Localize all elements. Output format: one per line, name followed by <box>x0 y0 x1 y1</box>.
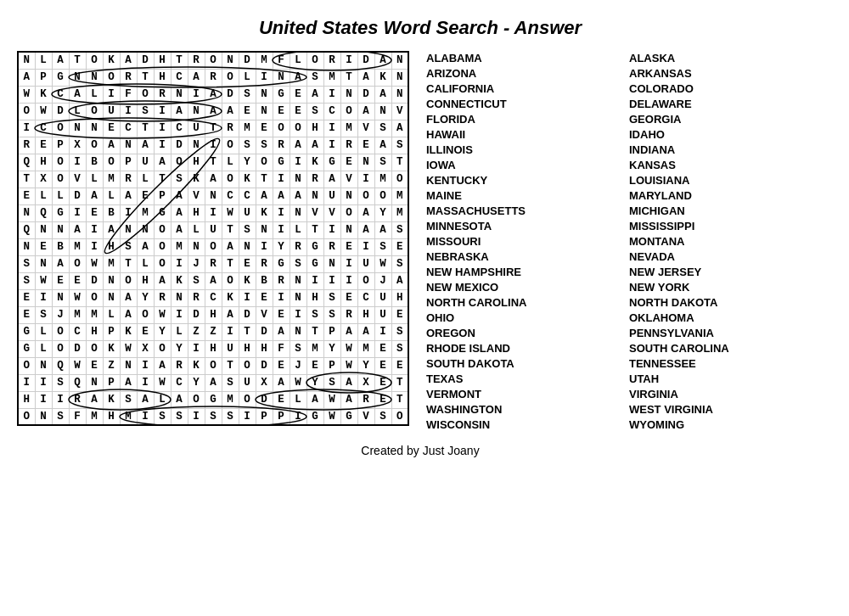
grid-cell: H <box>103 408 120 425</box>
grid-cell: W <box>69 357 86 374</box>
grid-cell: I <box>357 238 374 255</box>
grid-cell: I <box>18 374 35 391</box>
grid-cell: I <box>256 238 273 255</box>
grid-cell: N <box>239 238 256 255</box>
grid-cell: A <box>171 204 188 221</box>
word-item: NEW JERSEY <box>629 265 824 279</box>
grid-cell: N <box>171 86 188 103</box>
grid-cell: N <box>205 188 222 204</box>
grid-cell: S <box>52 374 69 391</box>
grid-cell: A <box>86 188 103 204</box>
grid-cell: O <box>86 289 103 306</box>
grid-cell: J <box>374 272 391 289</box>
grid-cell: L <box>86 86 103 103</box>
grid-cell: E <box>86 357 103 374</box>
grid-cell: E <box>256 120 273 137</box>
footer: Created by Just Joany <box>17 444 824 457</box>
grid-cell: E <box>290 103 306 120</box>
grid-cell: F <box>120 86 137 103</box>
word-item: MASSACHUSETTS <box>426 204 621 218</box>
grid-cell: E <box>340 154 357 171</box>
grid-cell: I <box>120 103 137 120</box>
grid-cell: Q <box>18 221 35 238</box>
grid-cell: A <box>205 103 222 120</box>
grid-cell: A <box>357 204 374 221</box>
grid-cell: S <box>391 340 408 357</box>
grid-cell: A <box>391 272 408 289</box>
grid-cell: E <box>340 289 357 306</box>
grid-cell: K <box>171 272 188 289</box>
grid-cell: A <box>290 137 306 154</box>
grid-cell: E <box>35 137 52 154</box>
grid-cell: A <box>273 188 290 204</box>
grid-cell: O <box>103 69 120 86</box>
grid-cell: A <box>137 238 154 255</box>
grid-cell: W <box>18 86 35 103</box>
grid-cell: C <box>205 289 222 306</box>
grid-cell: H <box>154 69 171 86</box>
word-item: MISSISSIPPI <box>629 219 824 233</box>
word-item: IDAHO <box>629 127 824 142</box>
word-item: NEW HAMPSHIRE <box>426 265 621 279</box>
grid-cell: R <box>154 289 171 306</box>
grid-cell: M <box>340 120 357 137</box>
grid-cell: S <box>18 255 35 272</box>
grid-cell: D <box>357 86 374 103</box>
grid-cell: M <box>69 306 86 323</box>
grid-cell: D <box>222 86 239 103</box>
grid-cell: N <box>340 188 357 204</box>
grid-cell: P <box>103 323 120 340</box>
grid-cell: A <box>171 103 188 120</box>
word-item: NEBRASKA <box>426 249 621 264</box>
grid-cell: A <box>154 272 171 289</box>
grid-cell: N <box>222 52 239 69</box>
grid-cell: O <box>52 340 69 357</box>
word-item: OKLAHOMA <box>629 311 824 325</box>
grid-cell: E <box>340 238 357 255</box>
word-item: NORTH CAROLINA <box>426 295 621 310</box>
grid-cell: D <box>239 52 256 69</box>
grid-cell: A <box>103 221 120 238</box>
word-item: SOUTH CAROLINA <box>629 341 824 356</box>
grid-cell: J <box>52 306 69 323</box>
grid-cell: R <box>323 238 340 255</box>
grid-cell: N <box>290 171 306 188</box>
grid-cell: N <box>290 323 306 340</box>
grid-cell: N <box>188 137 205 154</box>
grid-cell: L <box>103 306 120 323</box>
grid-cell: I <box>154 103 171 120</box>
grid-cell: N <box>35 408 52 425</box>
word-search-grid: NLATOKADHTRONDMFLORIDANAPGNNORTHCAROLINA… <box>17 51 409 426</box>
grid-cell: O <box>374 188 391 204</box>
grid-cell: I <box>340 52 357 69</box>
grid-cell: E <box>391 357 408 374</box>
grid-cell: P <box>120 154 137 171</box>
grid-cell: H <box>205 340 222 357</box>
grid-cell: A <box>137 137 154 154</box>
grid-cell: T <box>222 255 239 272</box>
grid-cell: I <box>239 408 256 425</box>
grid-cell: L <box>290 52 306 69</box>
grid-cell: N <box>290 272 306 289</box>
grid-cell: I <box>35 374 52 391</box>
grid-cell: O <box>357 188 374 204</box>
grid-cell: X <box>137 340 154 357</box>
word-item: WISCONSIN <box>426 417 621 432</box>
grid-cell: K <box>103 52 120 69</box>
grid-cell: R <box>306 171 323 188</box>
grid-cell: K <box>103 340 120 357</box>
grid-cell: S <box>120 238 137 255</box>
grid-cell: Y <box>171 340 188 357</box>
grid-cell: I <box>171 306 188 323</box>
grid-cell: R <box>340 306 357 323</box>
grid-cell: A <box>69 221 86 238</box>
grid-cell: I <box>69 154 86 171</box>
grid-cell: R <box>290 238 306 255</box>
grid-cell: E <box>35 238 52 255</box>
grid-cell: I <box>323 137 340 154</box>
grid-cell: J <box>188 255 205 272</box>
grid-cell: N <box>290 289 306 306</box>
grid-cell: H <box>239 340 256 357</box>
grid-cell: T <box>171 52 188 69</box>
grid-cell: A <box>86 391 103 408</box>
